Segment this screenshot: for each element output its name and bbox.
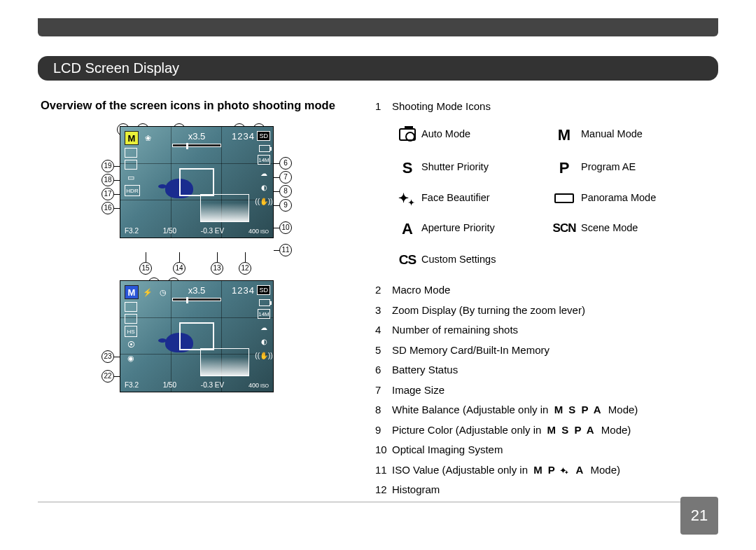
metering-icon (125, 160, 137, 170)
lead (217, 252, 218, 262)
lead (274, 250, 279, 251)
legend-number: 10 (375, 442, 392, 458)
lead (114, 357, 120, 357)
aperture-value: F3.2 (125, 227, 139, 235)
mode-glyphs: M P (533, 464, 556, 476)
mode-glyphs: A (572, 464, 584, 476)
legend-number: 6 (375, 362, 392, 378)
callout-9: 9 (279, 199, 292, 212)
legend-item: 5SD Memory Card/Built-In Memory (375, 343, 718, 359)
callout-13: 13 (211, 262, 223, 275)
histogram-icon (200, 194, 249, 222)
lead (114, 208, 120, 209)
flash-icon: ⚡ (141, 287, 154, 298)
hs-icon: HS (125, 326, 137, 337)
legend-number: 4 (375, 322, 392, 338)
legend-number: 8 (375, 402, 392, 418)
lead (274, 205, 279, 206)
legend-item: 8White Balance (Adjustable only in M S P… (375, 402, 718, 418)
grid-line (120, 354, 273, 355)
legend-number: 12 (375, 482, 392, 498)
legend-text: Optical Imaging System (392, 442, 718, 458)
manual-mode-icon: M (547, 123, 581, 146)
legend-item: 9Picture Color (Adjustable only in M S P… (375, 422, 718, 439)
mode-glyphs: M S P A (554, 404, 603, 415)
legend-text: White Balance (Adjustable only in M S P … (392, 402, 718, 418)
lead (245, 252, 246, 262)
shooting-mode-grid: Auto Mode M Manual Mode S Shutter Priori… (393, 123, 718, 270)
page-top-bar (38, 18, 718, 36)
legend-number: 11 (375, 462, 392, 479)
legend-number: 3 (375, 303, 392, 319)
lcd-bottom-row: F3.2 1/50 -0.3 EV 400ISO (125, 381, 269, 389)
color-icon: ◐ (258, 336, 270, 347)
legend-item: 6Battery Status (375, 362, 718, 378)
shutter-value: 1/50 (163, 381, 176, 389)
lead (114, 194, 120, 195)
legend-item: 3Zoom Display (By turning the zoom lever… (375, 303, 718, 319)
lead (274, 191, 279, 192)
callout-6: 6 (279, 157, 292, 170)
legend-item: 12Histogram (375, 482, 718, 498)
legend-number: 9 (375, 422, 392, 439)
legend-text: ISO Value (Adjustable only in M P A Mode… (392, 462, 718, 479)
lead (114, 376, 120, 377)
callout-12: 12 (239, 262, 251, 275)
color-icon: ◐ (258, 181, 270, 193)
zoom-value: x3.5 (188, 131, 206, 142)
legend-column: 1 Shooting Mode Icons Auto Mode M Manual… (375, 99, 718, 502)
callout-18: 18 (102, 174, 114, 186)
callout-14: 14 (173, 262, 186, 275)
wifi-icon: ⦿ (125, 339, 137, 350)
lead (274, 228, 279, 228)
callout-19: 19 (102, 160, 114, 172)
legend-text: Histogram (392, 482, 718, 498)
legend-item-1: 1 Shooting Mode Icons (375, 99, 718, 115)
lcd-bottom-row: F3.2 1/50 -0.3 EV 400ISO (125, 227, 269, 235)
mode-label: Manual Mode (581, 127, 707, 142)
left-icon-stack: ▭ HDR (125, 148, 140, 196)
lead (274, 163, 279, 164)
remaining-shots: 1234 (232, 285, 255, 296)
lead (274, 177, 279, 178)
legend-text: Number of remaining shots (392, 322, 718, 338)
lead (114, 180, 120, 181)
lead (114, 166, 120, 167)
mode-label: Panorama Mode (581, 191, 707, 206)
grid-line (120, 163, 273, 164)
mode-badge: M (125, 131, 139, 145)
iso-value: 400ISO (248, 382, 269, 389)
grid-line (120, 317, 273, 318)
mode-label: Custom Settings (421, 252, 547, 268)
callout-23: 23 (102, 350, 114, 363)
legend-number: 5 (375, 343, 392, 359)
auto-mode-icon (393, 128, 421, 141)
diagram-column: Overview of the screen icons in photo sh… (38, 99, 353, 502)
right-icon-stack: 14M ☁ ◐ ((✋)) (258, 309, 270, 361)
footer-divider (38, 502, 718, 502)
callout-7: 7 (279, 171, 292, 184)
sd-icon: SD (257, 285, 270, 295)
legend-text: SD Memory Card/Built-In Memory (392, 343, 718, 359)
page-content: Overview of the screen icons in photo sh… (38, 99, 718, 502)
sd-icon: SD (257, 131, 270, 141)
timer-icon: ◷ (157, 287, 169, 298)
ois-icon: ((✋)) (258, 350, 270, 361)
ev-value: -0.3 EV (201, 381, 224, 389)
iso-value: 400ISO (248, 228, 269, 235)
drive-icon: ▭ (125, 172, 137, 183)
left-icon-stack: HS ⦿ ◉ (125, 302, 137, 364)
callout-15: 15 (139, 262, 152, 275)
callout-11: 11 (279, 244, 292, 256)
lcd-figure-1: 1 2 3 4 5 6 7 8 9 10 (106, 126, 288, 238)
program-ae-icon: P (547, 156, 581, 179)
shutter-priority-icon: S (393, 156, 421, 179)
lcd-figure-2: 20 21 22 23 M ⚡ ◷ (106, 280, 288, 392)
mode-badge: M (125, 285, 139, 299)
right-icon-stack: 14M ☁ ◐ ((✋)) (258, 155, 270, 207)
mode-label: Face Beautifier (421, 191, 547, 206)
af-frame (179, 168, 214, 196)
battery-icon (259, 299, 270, 306)
page-number: 21 (680, 497, 718, 535)
legend-text: Macro Mode (392, 282, 718, 298)
